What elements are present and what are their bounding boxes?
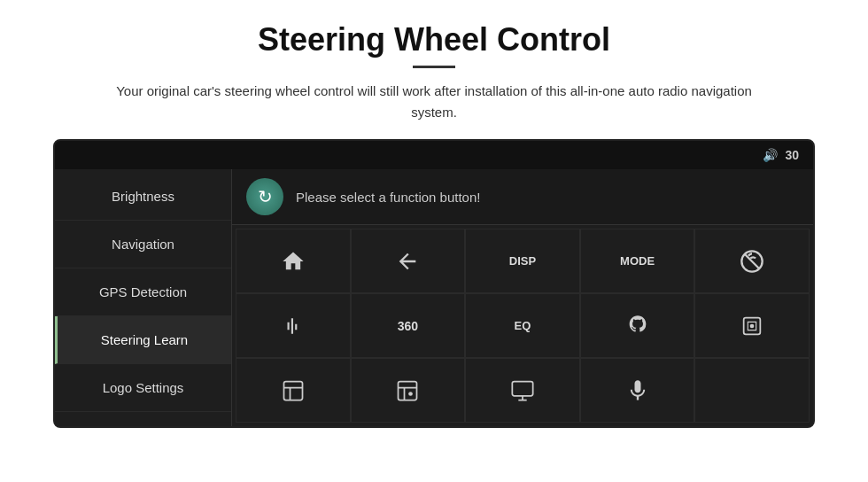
grid-cell-10[interactable]	[236, 358, 351, 423]
volume-number: 30	[785, 148, 799, 162]
title-underline	[413, 66, 455, 68]
grid-cell-2[interactable]: DISP	[465, 229, 580, 293]
grid-cell-0[interactable]	[236, 229, 351, 293]
grid-cell-12[interactable]	[465, 358, 580, 423]
svg-rect-5	[399, 381, 417, 400]
svg-rect-4	[283, 381, 302, 400]
grid-cell-13[interactable]	[580, 358, 695, 423]
page-subtitle: Your original car's steering wheel contr…	[102, 81, 766, 123]
svg-point-3	[750, 323, 755, 328]
svg-line-1	[745, 253, 759, 268]
svg-point-6	[409, 392, 414, 396]
volume-icon: 🔊	[763, 148, 778, 162]
right-grid: DISPMODE360EQ	[232, 225, 813, 426]
page-title: Steering Wheel Control	[258, 21, 610, 58]
device-frame: 🔊 30 BrightnessNavigationGPS DetectionSt…	[53, 139, 815, 428]
grid-cell-6[interactable]: 360	[351, 293, 466, 358]
grid-cell-3[interactable]: MODE	[580, 229, 695, 293]
right-panel: ↻ Please select a function button! DISPM…	[232, 169, 813, 426]
grid-cell-5[interactable]	[236, 293, 351, 358]
grid-cell-8[interactable]	[580, 293, 695, 358]
refresh-icon[interactable]: ↻	[246, 178, 283, 215]
grid-cell-1[interactable]	[351, 229, 466, 293]
menu-item-navigation[interactable]: Navigation	[55, 221, 231, 268]
right-header: ↻ Please select a function button!	[232, 169, 813, 225]
svg-rect-7	[512, 381, 532, 395]
device-body: BrightnessNavigationGPS DetectionSteerin…	[55, 169, 813, 426]
menu-item-gps-detection[interactable]: GPS Detection	[55, 268, 231, 316]
grid-cell-9[interactable]	[694, 293, 810, 358]
grid-cell-4[interactable]	[694, 229, 810, 293]
device-topbar: 🔊 30	[55, 141, 813, 169]
menu-item-steering-learn[interactable]: Steering Learn	[55, 316, 231, 364]
menu-item-logo-settings[interactable]: Logo Settings	[55, 364, 231, 412]
page-container: Steering Wheel Control Your original car…	[0, 0, 868, 446]
left-menu: BrightnessNavigationGPS DetectionSteerin…	[55, 169, 232, 426]
menu-item-brightness[interactable]: Brightness	[55, 173, 231, 221]
prompt-text: Please select a function button!	[296, 190, 480, 205]
grid-cell-7[interactable]: EQ	[465, 293, 580, 358]
grid-cell-14[interactable]	[694, 358, 810, 423]
grid-cell-11[interactable]	[351, 358, 466, 423]
